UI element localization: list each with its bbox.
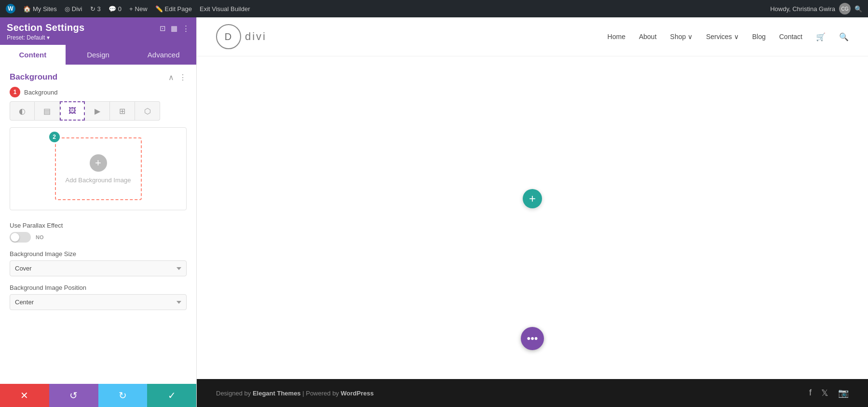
bg-type-color[interactable]: ◐ [10, 101, 35, 121]
redo-button[interactable]: ↻ [98, 384, 148, 407]
divi-link[interactable]: ◎ Divi [65, 5, 82, 13]
columns-icon[interactable]: ▦ [171, 24, 177, 33]
image-position-select[interactable]: Center Top Left Top Center Top Right Bot… [10, 294, 187, 310]
nav-blog[interactable]: Blog [752, 33, 766, 41]
add-background-area: 2 + Add Background Image [10, 127, 187, 210]
background-label-row: 1 Background [0, 87, 196, 101]
sidebar-title: Section Settings [7, 22, 85, 33]
responsive-icon[interactable]: ⊡ [160, 24, 166, 33]
image-size-field: Background Image Size Cover Contain Auto [0, 246, 196, 280]
sidebar-header-icons: ⊡ ▦ ⋮ [160, 24, 190, 33]
bg-type-video[interactable]: ▶ [85, 101, 110, 121]
image-position-field: Background Image Position Center Top Lef… [0, 280, 196, 314]
nav-shop[interactable]: Shop ∨ [670, 33, 693, 41]
content-area: D divi Home About Shop ∨ Services ∨ Blog… [197, 17, 868, 407]
my-sites-link[interactable]: 🏠 My Sites [23, 5, 57, 13]
main-layout: Section Settings Preset: Default ▾ ⊡ ▦ ⋮… [0, 17, 868, 407]
add-bg-plus-icon: + [90, 154, 107, 172]
site-logo: D divi [216, 24, 267, 49]
sidebar-preset[interactable]: Preset: Default ▾ [7, 34, 85, 41]
admin-bar: W 🏠 My Sites ◎ Divi ↻ 3 💬 0 + New ✏️ Edi… [0, 0, 868, 17]
tab-design[interactable]: Design [66, 45, 131, 65]
step-1-badge: 1 [10, 87, 20, 97]
footer-credit: Designed by Elegant Themes | Powered by … [216, 390, 374, 397]
bg-type-mask[interactable]: ⬡ [135, 101, 160, 121]
footer-social: f 𝕏 📷 [809, 388, 849, 398]
add-background-label: Add Background Image [66, 176, 131, 184]
background-section-title: Background [10, 72, 57, 82]
save-button[interactable]: ✓ [147, 384, 196, 407]
add-module-button[interactable]: + [523, 189, 542, 208]
parallax-label: Use Parallax Effect [10, 222, 187, 229]
background-section-header: Background ∧ ⋮ [0, 65, 196, 87]
cancel-button[interactable]: ✕ [0, 384, 49, 407]
bg-type-gradient[interactable]: ▤ [35, 101, 60, 121]
instagram-icon[interactable]: 📷 [838, 388, 849, 398]
content-body: + ••• Designed by Elegant Themes | Power… [197, 56, 868, 407]
sidebar-content: Background ∧ ⋮ 1 Background ◐ ▤ 🖼 ▶ ⊞ [0, 65, 196, 384]
background-type-row: ◐ ▤ 🖼 ▶ ⊞ ⬡ [0, 101, 196, 127]
tab-advanced[interactable]: Advanced [131, 45, 196, 65]
parallax-value: NO [36, 234, 44, 240]
image-position-label: Background Image Position [10, 284, 187, 291]
wordpress-icon[interactable]: W [6, 4, 15, 14]
sidebar-header-left: Section Settings Preset: Default ▾ [7, 22, 85, 41]
site-footer: Designed by Elegant Themes | Powered by … [197, 379, 868, 407]
undo-button[interactable]: ↺ [49, 384, 98, 407]
admin-search-icon[interactable]: 🔍 [854, 5, 862, 13]
user-avatar[interactable]: CG [839, 3, 851, 14]
parallax-toggle-row: NO [10, 232, 187, 243]
nav-about[interactable]: About [639, 33, 657, 41]
add-background-image-button[interactable]: + Add Background Image [55, 137, 142, 200]
add-bg-wrapper: 2 + Add Background Image [55, 137, 142, 200]
parallax-field: Use Parallax Effect NO [0, 218, 196, 246]
nav-home[interactable]: Home [608, 33, 625, 41]
section-options-button[interactable]: ••• [521, 327, 544, 350]
site-nav: Home About Shop ∨ Services ∨ Blog Contac… [608, 32, 849, 41]
more-options-icon[interactable]: ⋮ [182, 24, 190, 33]
step-2-badge: 2 [49, 132, 60, 142]
section-more-icon[interactable]: ⋮ [179, 73, 187, 82]
exit-builder-link[interactable]: Exit Visual Builder [200, 5, 250, 13]
admin-bar-right: Howdy, Christina Gwira CG 🔍 [770, 3, 862, 14]
tab-content[interactable]: Content [0, 45, 66, 65]
sidebar: Section Settings Preset: Default ▾ ⊡ ▦ ⋮… [0, 17, 197, 407]
sidebar-header: Section Settings Preset: Default ▾ ⊡ ▦ ⋮ [0, 17, 196, 45]
background-section-actions: ∧ ⋮ [168, 73, 187, 82]
content-main: + ••• [197, 56, 868, 379]
search-icon[interactable]: 🔍 [839, 32, 849, 41]
bg-type-image[interactable]: 🖼 [60, 101, 85, 121]
image-size-select[interactable]: Cover Contain Auto [10, 260, 187, 276]
bg-type-pattern[interactable]: ⊞ [110, 101, 135, 121]
twitter-icon[interactable]: 𝕏 [821, 388, 828, 398]
nav-services[interactable]: Services ∨ [706, 33, 739, 41]
site-header: D divi Home About Shop ∨ Services ∨ Blog… [197, 17, 868, 56]
image-size-label: Background Image Size [10, 250, 187, 258]
collapse-icon[interactable]: ∧ [168, 73, 174, 82]
cart-icon[interactable]: 🛒 [816, 32, 826, 41]
edit-page-link[interactable]: ✏️ Edit Page [155, 5, 192, 13]
bottom-action-bar: ✕ ↺ ↻ ✓ [0, 384, 196, 407]
facebook-icon[interactable]: f [809, 388, 812, 398]
nav-contact[interactable]: Contact [779, 33, 802, 41]
logo-circle: D [216, 24, 241, 49]
new-button[interactable]: + New [129, 5, 148, 13]
comments-link[interactable]: 💬 0 [108, 5, 122, 13]
parallax-toggle[interactable] [10, 232, 31, 243]
sidebar-tabs: Content Design Advanced [0, 45, 196, 65]
refresh-counter[interactable]: ↻ 3 [90, 5, 101, 13]
